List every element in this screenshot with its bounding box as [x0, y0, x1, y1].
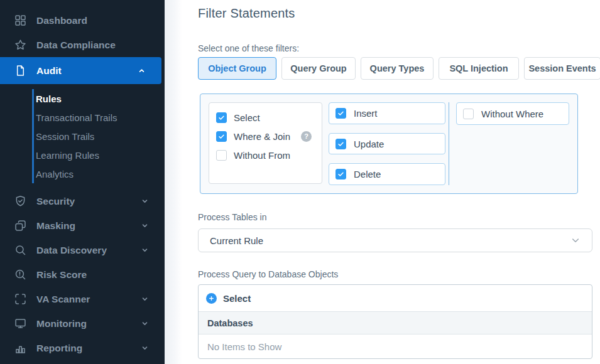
- object-group-filter-panel: Select Where & Join ? Without From: [200, 94, 578, 194]
- statement-type-group: Select Where & Join ? Without From: [209, 102, 322, 184]
- sidebar-item-label: Audit: [36, 65, 62, 77]
- select-databases-button[interactable]: Select: [199, 285, 592, 312]
- checkbox-update[interactable]: [335, 139, 346, 149]
- main-content: Filter Statements Select one of these fi…: [182, 0, 600, 364]
- sidebar-item-reporting[interactable]: Reporting: [0, 336, 165, 360]
- masking-icon: [14, 219, 27, 232]
- checkbox-delete[interactable]: [335, 169, 346, 179]
- dml-statement-group: Insert Update Delete: [329, 102, 445, 185]
- checkbox-select[interactable]: [216, 112, 227, 123]
- sidebar-item-label: Dashboard: [36, 15, 87, 26]
- page-title: Filter Statements: [198, 6, 600, 21]
- filter-select-label: Select one of these filters:: [198, 43, 600, 53]
- sidebar-item-audit[interactable]: Audit: [0, 57, 161, 84]
- sidebar-item-monitoring[interactable]: Monitoring: [0, 311, 165, 336]
- filter-tab-object-group[interactable]: Object Group: [198, 57, 276, 80]
- checkbox-row: Where & Join ?: [216, 127, 315, 146]
- sidebar-item-label: Monitoring: [36, 318, 87, 329]
- sidebar-item-dashboard[interactable]: Dashboard: [0, 8, 165, 33]
- filter-tab-session-events[interactable]: Session Events: [524, 57, 600, 80]
- chevron-down-icon: [570, 235, 581, 245]
- filter-tab-sql-injection[interactable]: SQL Injection: [439, 57, 519, 80]
- plus-circle-icon: [206, 293, 217, 304]
- sidebar-item-label: Risk Score: [36, 269, 87, 281]
- checkbox-label: Where & Join: [234, 131, 290, 142]
- sidebar-subitem-learning-rules[interactable]: Learning Rules: [34, 146, 165, 164]
- checkbox-row: Select: [216, 108, 315, 127]
- grid-icon: [14, 14, 27, 27]
- empty-state-text: No Items to Show: [199, 335, 592, 358]
- checkbox-label: Insert: [354, 108, 378, 119]
- sidebar-item-label: Reporting: [36, 343, 82, 354]
- sidebar: Dashboard Data Compliance Audit Rules Tr…: [0, 0, 165, 364]
- sidebar-item-va-scanner[interactable]: VA Scanner: [0, 287, 165, 311]
- sidebar-item-label: VA Scanner: [36, 294, 90, 305]
- sidebar-item-label: Data Compliance: [36, 40, 116, 51]
- process-tables-dropdown[interactable]: Current Rule: [198, 228, 592, 252]
- chevron-down-icon: [141, 344, 149, 352]
- content-gutter: [165, 0, 182, 364]
- table-header-databases: Databases: [199, 312, 592, 335]
- chevron-down-icon: [141, 197, 149, 205]
- sidebar-subitem-rules[interactable]: Rules: [34, 89, 165, 108]
- sidebar-item-label: Masking: [36, 220, 75, 232]
- chevron-down-icon: [141, 295, 149, 303]
- scanner-icon: [14, 292, 27, 306]
- file-icon: [14, 64, 27, 77]
- sidebar-item-security[interactable]: Security: [0, 189, 165, 213]
- process-tables-label: Process Tables in: [198, 212, 600, 222]
- sidebar-item-label: Data Discovery: [36, 245, 107, 256]
- sidebar-item-data-discovery[interactable]: Data Discovery: [0, 238, 165, 262]
- checkbox-without-from[interactable]: [216, 150, 227, 161]
- process-query-label: Process Query to Database Objects: [198, 269, 600, 279]
- checkbox-label: Delete: [354, 169, 381, 179]
- checkbox-row: Update: [329, 133, 445, 155]
- database-objects-card: Select Databases No Items to Show: [198, 284, 592, 359]
- checkbox-without-where[interactable]: [463, 109, 474, 119]
- where-clause-group: Without Where: [456, 102, 569, 185]
- sidebar-item-masking[interactable]: Masking: [0, 213, 165, 238]
- app-root: Dashboard Data Compliance Audit Rules Tr…: [0, 0, 600, 364]
- bar-chart-icon: [14, 341, 27, 355]
- sidebar-subitem-analytics[interactable]: Analytics: [34, 164, 165, 183]
- panel-divider: [449, 102, 449, 185]
- risk-score-icon: [14, 268, 27, 281]
- sidebar-subitem-session-trails[interactable]: Session Trails: [34, 127, 165, 146]
- sidebar-subitem-transactional-trails[interactable]: Transactional Trails: [34, 108, 165, 127]
- select-button-label: Select: [223, 293, 251, 304]
- chevron-down-icon: [141, 222, 149, 230]
- chevron-down-icon: [141, 246, 149, 254]
- checkbox-label: Without Where: [481, 109, 543, 119]
- sidebar-item-risk-score[interactable]: Risk Score: [0, 262, 165, 287]
- checkbox-where-join[interactable]: [216, 131, 227, 142]
- shield-check-icon: [14, 195, 27, 208]
- checkbox-label: Select: [234, 112, 260, 123]
- filter-tab-query-group[interactable]: Query Group: [281, 57, 356, 80]
- filter-tab-query-types[interactable]: Query Types: [361, 57, 434, 80]
- checkbox-row: Delete: [329, 163, 445, 185]
- search-icon: [14, 244, 27, 257]
- sidebar-item-label: Security: [36, 196, 75, 207]
- dropdown-selected-value: Current Rule: [210, 235, 263, 246]
- audit-submenu: Rules Transactional Trails Session Trail…: [32, 89, 165, 183]
- checkbox-label: Without From: [234, 150, 290, 161]
- checkbox-row: Without From: [216, 146, 315, 164]
- monitor-icon: [14, 317, 27, 330]
- filter-tabs: Object Group Query Group Query Types SQL…: [198, 57, 600, 80]
- chevron-down-icon: [141, 319, 149, 328]
- star-icon: [14, 38, 27, 51]
- checkbox-row: Without Where: [456, 102, 569, 125]
- checkbox-insert[interactable]: [335, 108, 346, 119]
- chevron-up-icon: [138, 67, 146, 75]
- checkbox-row: Insert: [329, 102, 445, 124]
- checkbox-label: Update: [354, 139, 384, 149]
- help-icon[interactable]: ?: [301, 131, 312, 142]
- sidebar-item-data-compliance[interactable]: Data Compliance: [0, 33, 165, 57]
